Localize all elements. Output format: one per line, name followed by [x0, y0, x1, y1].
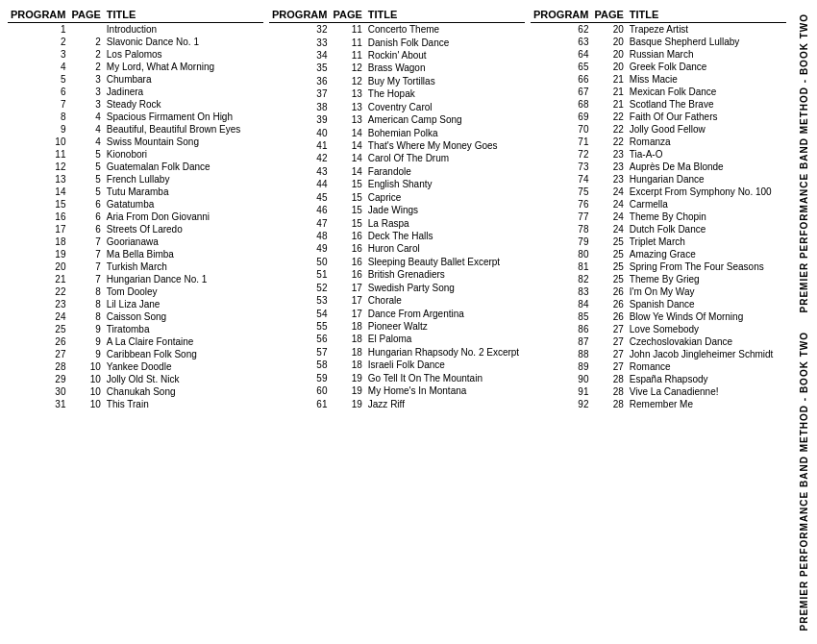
- page-num: 27: [591, 323, 626, 335]
- title-cell: Streets Of Laredo: [104, 223, 263, 235]
- program-num: 12: [8, 161, 68, 173]
- page-num: 15: [330, 204, 364, 216]
- table-row: 6821Scotland The Brave: [531, 98, 786, 111]
- program-num: 79: [531, 235, 591, 248]
- program-num: 83: [531, 285, 591, 298]
- table-row: 7323Auprès De Ma Blonde: [531, 161, 786, 173]
- page-num: 18: [330, 346, 364, 359]
- page-num: 14: [330, 152, 364, 164]
- page-num: 14: [330, 126, 364, 138]
- table-row: 6721Mexican Folk Dance: [531, 86, 786, 98]
- program-num: 36: [269, 75, 330, 87]
- title-cell: Israeli Folk Dance: [365, 359, 525, 371]
- side-label: ED SUETA PREMIER PERFORMANCE BAND METHOD…: [790, 0, 817, 644]
- title-cell: French Lullaby: [104, 173, 263, 186]
- table-row: 7524Excerpt From Symphony No. 100: [531, 186, 786, 198]
- page-num: 5: [68, 186, 103, 198]
- title-cell: Rockin' About: [365, 49, 525, 62]
- page-num: 10: [68, 398, 103, 410]
- title-cell: Greek Folk Dance: [627, 61, 786, 73]
- program-num: 46: [269, 204, 330, 216]
- page-num: 5: [68, 148, 103, 161]
- program-num: 13: [8, 173, 68, 186]
- title-cell: Basque Shepherd Lullaby: [627, 36, 786, 48]
- page-num: 2: [68, 61, 103, 73]
- title-cell: Yankee Doodle: [104, 360, 263, 373]
- program-num: 63: [531, 36, 591, 48]
- table-row: 9028España Rhapsody: [531, 373, 786, 385]
- program-num: 72: [531, 148, 591, 161]
- program-num: 38: [269, 101, 330, 113]
- page-num: 17: [330, 307, 364, 319]
- title-cell: Gatatumba: [104, 198, 263, 211]
- page-num: 20: [591, 48, 626, 61]
- table-row: 4916Huron Carol: [269, 242, 525, 255]
- page-num: 20: [591, 23, 626, 37]
- col3-header-program: PROGRAM: [531, 8, 591, 23]
- table-row: 166Aria From Don Giovanni: [8, 211, 263, 223]
- title-cell: Hungarian Dance: [627, 173, 786, 186]
- title-cell: Caisson Song: [104, 310, 263, 323]
- table-row: 8827John Jacob Jingleheimer Schmidt: [531, 348, 786, 360]
- title-cell: Go Tell It On The Mountain: [365, 371, 525, 384]
- page-num: 9: [68, 335, 103, 348]
- page-num: 25: [591, 248, 626, 260]
- table-row: 4615Jade Wings: [269, 204, 525, 216]
- table-row: 8927Romance: [531, 360, 786, 373]
- page-num: 22: [591, 111, 626, 123]
- title-cell: Bohemian Polka: [365, 126, 525, 138]
- table-row: 135French Lullaby: [8, 173, 263, 186]
- title-cell: Farandole: [365, 165, 525, 178]
- title-cell: Ma Bella Bimba: [104, 248, 263, 260]
- program-num: 57: [269, 346, 330, 359]
- table-row: 8326I'm On My Way: [531, 285, 786, 298]
- title-cell: Tiratomba: [104, 323, 263, 335]
- page-num: 12: [330, 62, 364, 74]
- page-num: 18: [330, 333, 364, 345]
- table-row: 8225Theme By Grieg: [531, 273, 786, 285]
- program-num: 91: [531, 385, 591, 398]
- title-cell: Swedish Party Song: [365, 281, 525, 293]
- table-row: 3311Danish Folk Dance: [269, 36, 525, 48]
- table-row: 6119Jazz Riff: [269, 397, 525, 410]
- program-num: 81: [531, 260, 591, 273]
- table-row: 5718Hungarian Rhapsody No. 2 Excerpt: [269, 346, 525, 359]
- program-num: 88: [531, 348, 591, 360]
- title-cell: Goorianawa: [104, 235, 263, 248]
- page-num: 24: [591, 186, 626, 198]
- title-cell: Guatemalan Folk Dance: [104, 161, 263, 173]
- program-num: 41: [269, 139, 330, 152]
- program-num: 20: [8, 260, 68, 273]
- page-num: 27: [591, 360, 626, 373]
- side-title-top: PREMIER PERFORMANCE BAND METHOD - BOOK T…: [799, 13, 809, 312]
- title-cell: El Paloma: [365, 333, 525, 345]
- table-row: 8627Love Somebody: [531, 323, 786, 335]
- program-num: 69: [531, 111, 591, 123]
- title-cell: Slavonic Dance No. 1: [104, 36, 263, 48]
- page-num: 13: [330, 101, 364, 113]
- title-cell: Remember Me: [627, 398, 786, 410]
- table-row: 197Ma Bella Bimba: [8, 248, 263, 260]
- title-cell: Blow Ye Winds Of Morning: [627, 310, 786, 323]
- program-num: 59: [269, 371, 330, 384]
- table-row: 5919Go Tell It On The Mountain: [269, 371, 525, 384]
- title-cell: Carmella: [627, 198, 786, 211]
- page-num: 22: [591, 136, 626, 148]
- program-num: 18: [8, 235, 68, 248]
- table-row: 22Slavonic Dance No. 1: [8, 36, 263, 48]
- title-cell: Dutch Folk Dance: [627, 223, 786, 235]
- table-row: 3512Brass Wagon: [269, 62, 525, 74]
- table-row: 4314Farandole: [269, 165, 525, 178]
- title-cell: Swiss Mountain Song: [104, 136, 263, 148]
- title-cell: La Raspa: [365, 216, 525, 229]
- page-num: 2: [68, 48, 103, 61]
- title-cell: Kionobori: [104, 148, 263, 161]
- program-num: 80: [531, 248, 591, 260]
- page-num: 8: [68, 310, 103, 323]
- table-row: 5518Pioneer Waltz: [269, 320, 525, 333]
- page-num: 18: [330, 359, 364, 371]
- table-row: 5618El Paloma: [269, 333, 525, 345]
- table-row: 4014Bohemian Polka: [269, 126, 525, 138]
- table-row: 2910Jolly Old St. Nick: [8, 373, 263, 385]
- page-num: 16: [330, 242, 364, 255]
